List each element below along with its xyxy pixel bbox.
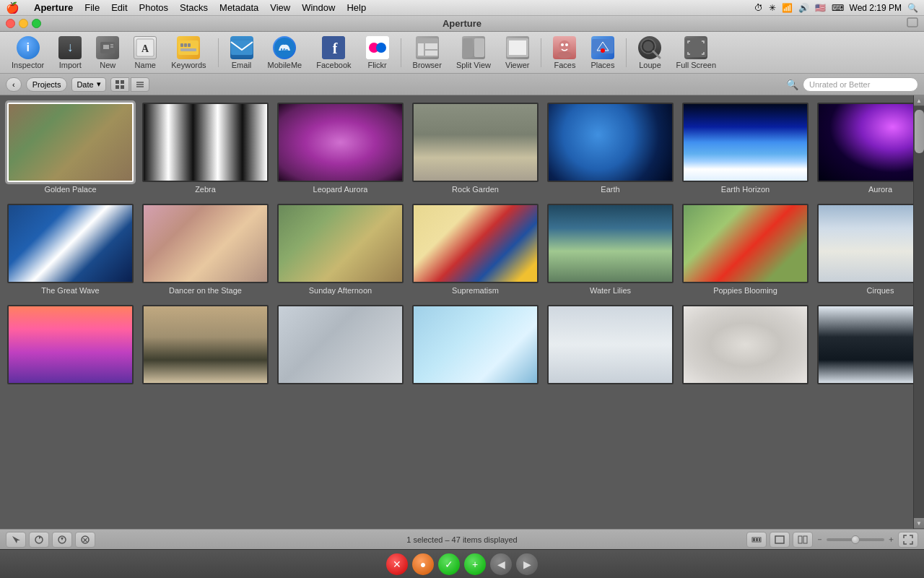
loupe-button[interactable]: Loupe [632,35,667,71]
new-button[interactable]: New [90,35,125,71]
menu-edit[interactable]: Edit [105,2,133,13]
photo-item-zebra[interactable]: Zebra [142,103,269,194]
photo-item-water-lilies[interactable]: Water Lilies [547,204,674,295]
list-view-button[interactable] [131,77,149,92]
loupe-icon [638,36,661,59]
menu-help[interactable]: Help [341,2,372,13]
scroll-up-button[interactable]: ▲ [914,95,925,106]
splitview-button[interactable]: Split View [450,35,497,71]
photo-item-leopard-aurora[interactable]: Leopard Aurora [277,103,404,194]
rotate-tool[interactable] [29,532,49,548]
new-icon [96,36,119,59]
resize-button[interactable] [907,17,918,30]
menu-metadata[interactable]: Metadata [214,2,264,13]
bluetooth-icon: ✳ [769,3,776,13]
menu-view[interactable]: View [264,2,296,13]
mobileme-button[interactable]: Me MobileMe [262,35,308,71]
filmstrip-button[interactable] [746,532,767,548]
next-button[interactable]: ▶ [516,553,538,575]
facebook-button[interactable]: f Facebook [310,35,357,71]
import-button[interactable]: ↓ Import [53,35,87,71]
photo-item-pebbles[interactable] [682,305,808,387]
maximize-button[interactable] [32,19,41,28]
scrollbar[interactable]: ▲ ▼ [913,95,924,529]
svg-rect-23 [425,51,437,56]
photo-item-sketch[interactable] [277,305,404,387]
fullscreen-icon [684,36,707,59]
faces-button[interactable]: Faces [547,35,582,71]
projects-button[interactable]: Projects [26,77,68,92]
scrollbar-thumb[interactable] [915,110,924,153]
svg-rect-12 [231,40,253,55]
zoom-slider[interactable] [827,538,884,541]
fit-button[interactable] [898,532,918,548]
photo-item-golden-palace[interactable]: Golden Palace [7,103,134,194]
single-view-button[interactable] [770,532,790,548]
splitview-label: Split View [456,61,491,69]
reject-button[interactable]: ✕ [386,553,408,575]
time-machine-icon: ⏱ [754,3,763,13]
svg-rect-41 [121,85,124,89]
flickr-button[interactable]: Flickr [360,35,395,71]
name-button[interactable]: A Name [128,35,162,71]
menu-stacks[interactable]: Stacks [174,2,214,13]
zoom-slider-thumb[interactable] [851,535,860,544]
svg-rect-55 [803,536,807,543]
photo-label: Water Lilies [590,286,631,295]
photo-item-cirques[interactable]: Cirques [817,204,913,295]
scroll-down-button[interactable]: ▼ [914,518,925,529]
menu-file[interactable]: File [79,2,105,13]
spotlight-icon[interactable]: 🔍 [907,3,918,13]
photo-item-suprematism[interactable]: Suprematism [412,204,539,295]
rate-button[interactable]: + [464,553,486,575]
photo-thumb [277,103,404,182]
photo-item-mountain-sunset[interactable] [7,305,134,387]
flag-tool[interactable] [52,532,72,548]
menu-photos[interactable]: Photos [134,2,174,13]
photo-item-aurora[interactable]: Aurora [817,103,913,194]
photo-item-rock-garden[interactable]: Rock Garden [412,103,539,194]
photo-item-earth[interactable]: Earth [547,103,674,194]
inspector-button[interactable]: i Inspector [6,35,50,71]
photo-thumb [412,204,539,283]
menu-window[interactable]: Window [296,2,341,13]
photo-thumbnail [9,104,132,181]
scrollbar-track[interactable] [914,106,925,518]
compare-button[interactable] [793,532,813,548]
close-button[interactable] [6,19,15,28]
search-box[interactable]: Unrated or Better [803,77,918,92]
prev-button[interactable]: ◀ [490,553,512,575]
photo-item-ice[interactable] [412,305,539,387]
photo-thumbnail [819,205,913,282]
photo-item-foggy[interactable] [547,305,674,387]
back-nav-button[interactable]: ‹ [6,77,22,92]
photo-item-poppies[interactable]: Poppies Blooming [682,204,808,295]
minimize-button[interactable] [19,19,28,28]
email-button[interactable]: Email [225,35,259,71]
photo-item-dancer[interactable]: Dancer on the Stage [142,204,269,295]
select-tool[interactable] [6,532,26,548]
grid-view-button[interactable] [110,77,129,92]
places-button[interactable]: Places [585,35,620,71]
photo-item-snowy[interactable] [817,305,913,387]
photo-item-earth-horizon[interactable]: Earth Horizon [682,103,808,194]
svg-rect-39 [121,80,124,84]
loupe-label: Loupe [639,61,661,69]
reject-tool[interactable]: ✕ [75,532,95,548]
photo-item-sunday[interactable]: Sunday Afternoon [277,204,404,295]
photo-thumb [7,204,134,283]
viewer-button[interactable]: Viewer [500,35,535,71]
menu-app-name[interactable]: Aperture [28,2,79,13]
photo-item-rocks-water[interactable] [142,305,269,387]
apple-menu[interactable]: 🍎 [6,1,19,14]
photo-item-great-wave[interactable]: The Great Wave [7,204,134,295]
browser-button[interactable]: Browser [407,35,448,71]
photo-label: Rock Garden [452,185,499,194]
photo-thumbnail [279,205,402,282]
fullscreen-button[interactable]: Full Screen [670,35,722,71]
accept-button[interactable]: ✓ [438,553,460,575]
keywords-button[interactable]: Keywords [165,35,212,71]
flag-button[interactable]: ● [412,553,434,575]
flickr-icon [366,36,389,59]
sort-selector[interactable]: Date ▾ [71,77,105,92]
